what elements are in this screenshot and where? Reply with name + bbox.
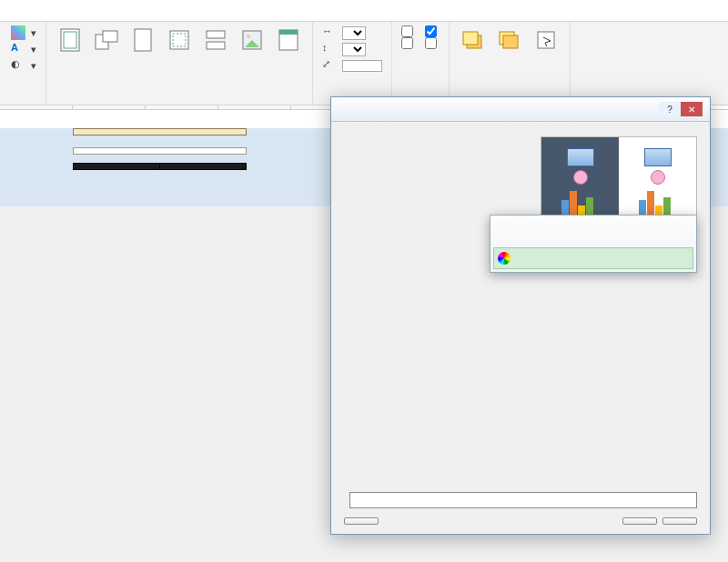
- width-combo[interactable]: [342, 26, 366, 40]
- more-colors-button[interactable]: [493, 247, 693, 269]
- dialog-close-button[interactable]: ✕: [681, 102, 703, 116]
- scale-input[interactable]: [342, 60, 382, 72]
- color-wheel-icon: [498, 252, 511, 265]
- table-header: [160, 164, 247, 170]
- background-button[interactable]: [234, 24, 270, 58]
- size-button[interactable]: [125, 24, 161, 58]
- margins-button[interactable]: [52, 24, 88, 58]
- gridlines-print-check[interactable]: [401, 37, 416, 49]
- height-combo[interactable]: [342, 43, 366, 56]
- fonts-menu[interactable]: A ▾: [11, 42, 36, 56]
- svg-rect-14: [463, 32, 478, 45]
- ribbon-tabs: [0, 0, 728, 22]
- svg-rect-12: [279, 30, 298, 35]
- gridlines-view-check[interactable]: [401, 25, 416, 37]
- ribbon: ▾ A ▾ ◐ ▾ ↔ ↕ ⤢: [0, 22, 728, 105]
- breaks-button[interactable]: [197, 24, 234, 58]
- create-theme-colors-dialog: ? ✕: [330, 96, 711, 535]
- col-header[interactable]: [146, 105, 218, 109]
- svg-rect-7: [207, 31, 225, 38]
- headings-view-check[interactable]: [425, 25, 440, 37]
- svg-point-10: [247, 35, 250, 38]
- dialog-help-button[interactable]: ?: [659, 102, 681, 116]
- svg-rect-16: [503, 35, 518, 48]
- headings-print-check[interactable]: [425, 37, 440, 49]
- print-titles-button[interactable]: [270, 24, 307, 58]
- orientation-button[interactable]: [88, 24, 125, 58]
- svg-rect-3: [103, 31, 117, 42]
- svg-rect-17: [538, 32, 554, 48]
- table-header: [74, 164, 160, 170]
- dialog-titlebar[interactable]: ? ✕: [331, 97, 710, 122]
- send-backward-button[interactable]: [491, 24, 528, 58]
- print-area-button[interactable]: [161, 24, 197, 58]
- col-header[interactable]: [73, 105, 146, 109]
- effects-menu[interactable]: ◐ ▾: [11, 58, 36, 73]
- colors-menu[interactable]: ▾: [11, 25, 36, 40]
- bring-forward-button[interactable]: [455, 24, 491, 58]
- selection-pane-button[interactable]: [528, 24, 564, 58]
- save-button[interactable]: [622, 517, 657, 525]
- cancel-button[interactable]: [662, 517, 697, 525]
- company-title: [74, 129, 247, 135]
- year-cell[interactable]: [74, 148, 247, 155]
- color-picker-popup: [490, 215, 697, 273]
- theme-name-input[interactable]: [349, 492, 697, 508]
- col-header[interactable]: [218, 105, 291, 109]
- reset-button[interactable]: [344, 517, 379, 525]
- svg-rect-4: [135, 29, 151, 51]
- data-table: [73, 128, 247, 170]
- svg-rect-8: [207, 42, 225, 49]
